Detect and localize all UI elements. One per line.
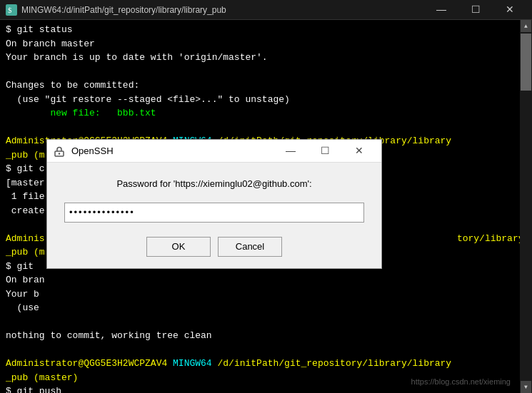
openssh-icon — [53, 145, 66, 158]
terminal-controls: — ☐ ✕ — [425, 0, 526, 20]
close-button[interactable]: ✕ — [493, 0, 526, 20]
terminal-line — [6, 65, 526, 79]
cancel-button[interactable]: Cancel — [218, 237, 282, 257]
dialog-maximize-button[interactable]: ☐ — [308, 140, 341, 163]
watermark: https://blog.csdn.net/xieming — [411, 376, 511, 388]
dialog-body: Password for 'https://xieminglu02@github… — [47, 163, 381, 268]
terminal-line: Administrator@QGG5E3H2WCPZAV4 MINGW64 /d… — [6, 357, 526, 371]
maximize-button[interactable]: ☐ — [459, 0, 492, 20]
terminal-line — [6, 121, 526, 135]
terminal-line: (use "git restore --staged <file>..." to… — [6, 93, 526, 107]
dialog-close-button[interactable]: ✕ — [343, 140, 376, 163]
dialog-minimize-button[interactable]: — — [274, 140, 307, 163]
terminal-line: new file: bbb.txt — [6, 106, 526, 121]
ok-button[interactable]: OK — [146, 237, 211, 257]
dialog-titlebar: OpenSSH — ☐ ✕ — [47, 140, 381, 163]
terminal-line: $ git status — [6, 23, 526, 37]
terminal-line: Your b — [6, 287, 526, 302]
terminal-line: On bran — [6, 273, 526, 287]
scrollbar-down-button[interactable]: ▼ — [521, 381, 531, 393]
terminal-line: nothing to commit, working tree clean — [6, 329, 526, 343]
terminal-line: Your branch is up to date with 'origin/m… — [6, 51, 526, 65]
scrollbar[interactable]: ▲ ▼ — [520, 20, 532, 393]
terminal-window: $ MINGW64:/d/initPath/git_repository/lib… — [0, 0, 532, 393]
terminal-line — [6, 343, 526, 357]
terminal-title: MINGW64:/d/initPath/git_repository/libra… — [21, 4, 425, 16]
dialog-controls: — ☐ ✕ — [274, 140, 376, 163]
terminal-icon: $ — [6, 4, 17, 16]
password-input[interactable] — [64, 203, 364, 223]
svg-text:$: $ — [8, 6, 12, 14]
dialog-title: OpenSSH — [71, 144, 274, 158]
openssh-dialog: OpenSSH — ☐ ✕ Password for 'https://xiem… — [46, 139, 382, 269]
terminal-line: (use — [6, 301, 526, 315]
terminal-line: Changes to be committed: — [6, 78, 526, 93]
svg-point-2 — [59, 153, 60, 154]
terminal-titlebar: $ MINGW64:/d/initPath/git_repository/lib… — [0, 0, 532, 20]
minimize-button[interactable]: — — [425, 0, 458, 20]
scrollbar-thumb[interactable] — [521, 34, 531, 91]
terminal-line — [6, 315, 526, 330]
dialog-prompt: Password for 'https://xieminglu02@github… — [64, 177, 364, 191]
dialog-buttons: OK Cancel — [64, 237, 364, 257]
terminal-line: On branch master — [6, 37, 526, 51]
scrollbar-up-button[interactable]: ▲ — [521, 20, 531, 32]
